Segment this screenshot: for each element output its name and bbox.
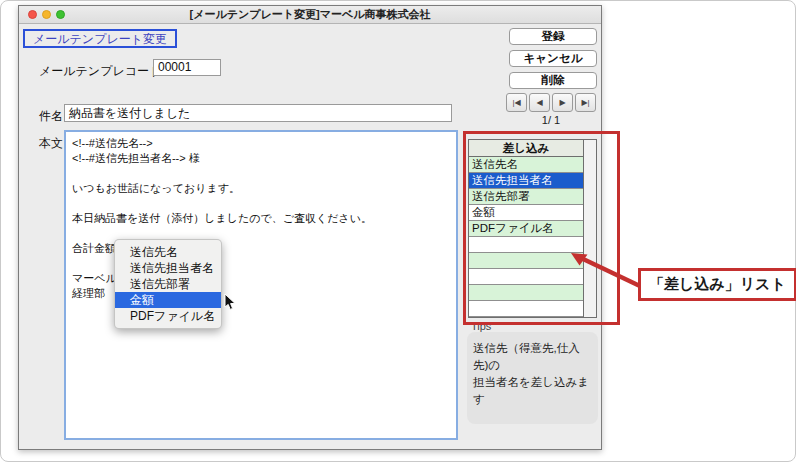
- minimize-button[interactable]: [42, 10, 51, 19]
- merge-row-empty[interactable]: [469, 253, 583, 269]
- close-button[interactable]: [28, 10, 37, 19]
- merge-row-empty[interactable]: [469, 285, 583, 301]
- menu-item-recipient-contact[interactable]: 送信先担当者名: [115, 260, 221, 276]
- merge-row-pdf-filename[interactable]: PDFファイル名: [469, 221, 583, 237]
- template-code-field[interactable]: 00001: [153, 59, 221, 76]
- menu-item-recipient-name[interactable]: 送信先名: [115, 244, 221, 260]
- subject-label: 件名: [39, 108, 63, 125]
- merge-row-recipient-dept[interactable]: 送信先部署: [469, 189, 583, 205]
- tips-panel: 送信先（得意先,仕入先)の 担当者名を差し込みます: [467, 332, 598, 424]
- body-line: <!--#送信先担当者名--> 様: [72, 151, 450, 166]
- menu-item-pdf-filename[interactable]: PDFファイル名: [115, 308, 221, 324]
- tips-title: Tips: [471, 320, 491, 332]
- body-line: 本日納品書を送付（添付）しましたので、ご査収ください。: [72, 211, 450, 226]
- body-label: 本文: [39, 135, 63, 152]
- last-record-button[interactable]: ▶|: [575, 93, 596, 112]
- annotation-label: 「差し込み」リスト: [638, 268, 796, 301]
- next-record-button[interactable]: ▶: [552, 93, 573, 112]
- body-line: <!--#送信先名-->: [72, 136, 450, 151]
- body-line: [72, 166, 450, 181]
- subject-field[interactable]: 納品書を送付しました: [64, 104, 452, 122]
- insert-field-context-menu: 送信先名 送信先担当者名 送信先部署 金額 PDFファイル名: [114, 239, 222, 329]
- mail-template-window: [メールテンプレート変更]マーベル商事株式会社 メールテンプレート変更 登録 キ…: [18, 5, 602, 450]
- merge-row-empty[interactable]: [469, 237, 583, 253]
- traffic-lights: [28, 10, 65, 19]
- mouse-cursor-icon: [224, 294, 238, 311]
- record-navigator: |◀ ◀ ▶ ▶|: [506, 93, 596, 112]
- merge-list-header: 差し込み: [469, 140, 583, 157]
- window-title: [メールテンプレート変更]マーベル商事株式会社: [19, 7, 601, 22]
- menu-item-amount[interactable]: 金額: [115, 292, 221, 308]
- merge-row-recipient-name[interactable]: 送信先名: [469, 157, 583, 173]
- cancel-button[interactable]: キャンセル: [509, 50, 597, 67]
- tips-text-line: 送信先（得意先,仕入先)の: [473, 340, 592, 374]
- tips-text-line: 担当者名を差し込みます: [473, 374, 592, 408]
- prev-record-button[interactable]: ◀: [529, 93, 550, 112]
- menu-item-recipient-dept[interactable]: 送信先部署: [115, 276, 221, 292]
- record-page-indicator: 1/ 1: [506, 114, 596, 126]
- merge-row-empty[interactable]: [469, 301, 583, 317]
- screen-name-button[interactable]: メールテンプレート変更: [23, 29, 177, 48]
- body-line: いつもお世話になっております。: [72, 181, 450, 196]
- title-bar: [メールテンプレート変更]マーベル商事株式会社: [19, 6, 601, 24]
- merge-row-empty[interactable]: [469, 269, 583, 285]
- delete-button[interactable]: 削除: [509, 72, 597, 89]
- body-line: [72, 196, 450, 211]
- merge-row-amount[interactable]: 金額: [469, 205, 583, 221]
- template-code-label: メールテンプレコード: [39, 63, 161, 80]
- merge-row-recipient-contact[interactable]: 送信先担当者名: [469, 173, 583, 189]
- first-record-button[interactable]: |◀: [506, 93, 527, 112]
- zoom-button[interactable]: [56, 10, 65, 19]
- register-button[interactable]: 登録: [509, 28, 597, 45]
